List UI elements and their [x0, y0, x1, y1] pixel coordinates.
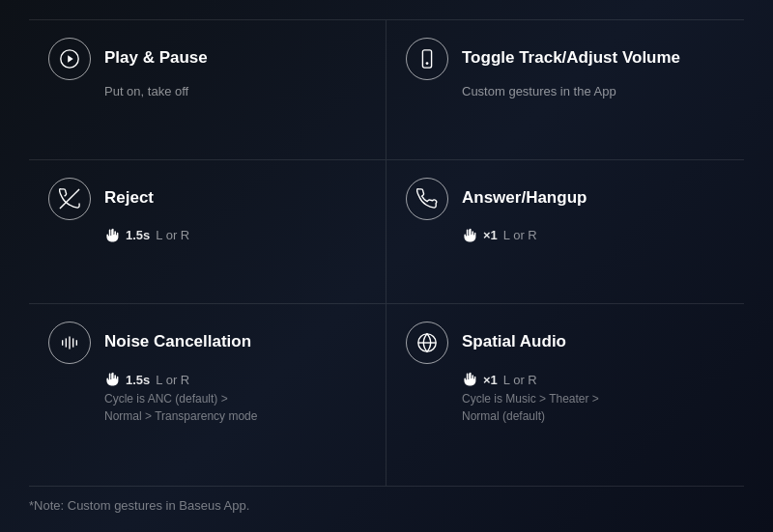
hand-icon	[104, 372, 120, 387]
cell-header: Spatial Audio	[406, 322, 725, 364]
cell-header: Toggle Track/Adjust Volume	[406, 38, 725, 80]
footer-note: *Note: Custom gestures in Baseus App.	[29, 487, 744, 518]
noise-gesture-desc: L or R	[156, 373, 189, 387]
spatial-audio-title: Spatial Audio	[462, 331, 566, 352]
spatial-icon-circle	[406, 322, 448, 364]
toggle-track-icon-circle	[406, 38, 448, 80]
spatial-cycle-text: Cycle is Music > Theater >Normal (defaul…	[462, 390, 725, 425]
toggle-track-subtitle: Custom gestures in the App	[462, 84, 725, 98]
noise-gesture-time: 1.5s	[126, 373, 150, 387]
phone-icon	[416, 48, 438, 70]
hand-icon	[104, 228, 120, 243]
answer-hangup-title: Answer/Hangup	[462, 187, 587, 209]
answer-gesture-time: ×1	[483, 228, 498, 242]
reject-hand-icon	[104, 228, 120, 243]
reject-icon	[59, 188, 80, 210]
cell-spatial-audio: Spatial Audio ×1 L or R Cycle is Music >…	[386, 304, 744, 487]
spatial-gesture-desc: L or R	[503, 373, 537, 387]
hand-icon	[462, 228, 477, 243]
cell-toggle-track: Toggle Track/Adjust Volume Custom gestur…	[386, 19, 744, 160]
spatial-icon	[416, 332, 438, 353]
reject-icon-circle	[48, 178, 91, 220]
toggle-track-title: Toggle Track/Adjust Volume	[462, 47, 680, 69]
reject-gesture-row: 1.5s L or R	[104, 228, 366, 243]
cell-play-pause: Play & Pause Put on, take off	[29, 19, 386, 160]
answer-gesture-desc: L or R	[503, 228, 537, 242]
noise-cancellation-title: Noise Cancellation	[104, 331, 251, 352]
reject-gesture-desc: L or R	[156, 228, 189, 242]
play-pause-title: Play & Pause	[104, 47, 208, 69]
main-container: Play & Pause Put on, take off Toggle Tra…	[0, 0, 773, 532]
play-pause-subtitle: Put on, take off	[104, 84, 366, 98]
features-grid: Play & Pause Put on, take off Toggle Tra…	[29, 19, 744, 487]
noise-gesture-row: 1.5s L or R	[104, 372, 366, 387]
cell-header: Reject	[48, 178, 366, 220]
spatial-gesture-time: ×1	[483, 373, 498, 387]
answer-icon	[416, 188, 438, 210]
noise-icon-circle	[48, 322, 91, 364]
answer-hand-icon	[462, 228, 477, 243]
noise-icon	[59, 332, 80, 353]
cell-header: Noise Cancellation	[48, 322, 366, 364]
hand-icon	[462, 372, 477, 387]
spatial-gesture-row: ×1 L or R	[462, 372, 725, 387]
cell-answer-hangup: Answer/Hangup ×1 L or R	[386, 160, 744, 305]
cell-reject: Reject 1.5s L or R	[29, 160, 386, 305]
answer-gesture-row: ×1 L or R	[462, 228, 725, 243]
svg-rect-2	[422, 50, 431, 68]
cell-header: Play & Pause	[48, 38, 366, 80]
cell-noise-cancellation: Noise Cancellation 1.5s L or R Cycle is …	[29, 304, 386, 487]
svg-point-3	[426, 62, 429, 65]
answer-icon-circle	[406, 178, 448, 220]
reject-title: Reject	[104, 187, 154, 209]
play-pause-icon-circle	[48, 38, 91, 80]
noise-hand-icon	[104, 372, 120, 387]
svg-marker-1	[68, 55, 73, 62]
play-icon	[59, 48, 80, 70]
reject-gesture-time: 1.5s	[126, 228, 150, 242]
spatial-hand-icon	[462, 372, 477, 387]
noise-cycle-text: Cycle is ANC (default) >Normal > Transpa…	[104, 390, 366, 425]
cell-header: Answer/Hangup	[406, 178, 725, 220]
